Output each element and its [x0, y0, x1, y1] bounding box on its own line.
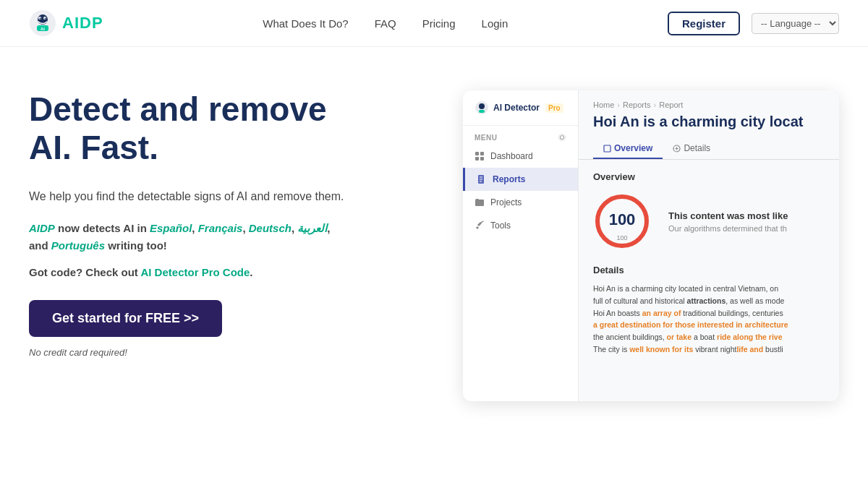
nav-what[interactable]: What Does It Do? [263, 17, 348, 30]
svg-point-11 [561, 136, 564, 140]
details-section-title: Details [593, 265, 825, 275]
svg-rect-15 [475, 157, 479, 160]
svg-rect-13 [475, 152, 479, 155]
demo-sidebar-header: AI Detector Pro [463, 90, 578, 126]
demo-menu-label: MENU [463, 126, 578, 145]
demo-app-name: AI Detector [493, 103, 540, 113]
demo-app-pro: Pro [545, 103, 563, 113]
logo-text: AIDP [62, 14, 103, 33]
overview-tab-icon [603, 145, 611, 153]
demo-main: Home › Reports › Report Hoi An is a char… [579, 90, 839, 401]
tab-details[interactable]: Details [663, 139, 720, 159]
sidebar-item-reports[interactable]: Reports [463, 168, 578, 191]
score-value: 100 [609, 212, 636, 228]
details-tab-icon [673, 145, 681, 153]
demo-report-title: Hoi An is a charming city locat [579, 112, 839, 139]
file-icon [477, 174, 487, 184]
no-card-text: No credit card required! [29, 347, 127, 358]
hero-languages: AIDP now detects AI in Español, Français… [29, 220, 434, 254]
lang-arabic[interactable]: العربية [297, 222, 327, 234]
register-button[interactable]: Register [668, 12, 740, 35]
grid-icon [475, 151, 485, 161]
nav-pricing[interactable]: Pricing [422, 17, 456, 30]
svg-rect-22 [604, 145, 610, 152]
demo-panel: AI Detector Pro MENU [463, 90, 839, 401]
svg-text:AI: AI [41, 27, 45, 31]
nav-faq[interactable]: FAQ [375, 17, 396, 30]
details-text: Hoi An is a charming city located in cen… [593, 283, 825, 356]
hero-right: AI Detector Pro MENU [463, 83, 839, 401]
language-select[interactable]: -- Language -- [752, 13, 839, 34]
tool-icon [475, 221, 485, 231]
folder-icon [475, 197, 485, 207]
breadcrumb-sep2: › [654, 100, 657, 109]
demo-tabs: Overview Details [579, 139, 839, 160]
svg-rect-10 [479, 110, 485, 113]
sidebar-label-tools: Tools [490, 221, 511, 231]
breadcrumb-report: Report [659, 100, 683, 109]
tab-overview[interactable]: Overview [593, 139, 663, 159]
svg-point-4 [40, 18, 41, 20]
breadcrumb-sep1: › [617, 100, 620, 109]
demo-content: Overview 100 100 This content was most l… [579, 160, 839, 401]
hero-description: We help you find the detectable signs of… [29, 187, 434, 206]
overview-section-title: Overview [593, 171, 825, 182]
sidebar-label-projects: Projects [490, 197, 522, 207]
sidebar-label-dashboard: Dashboard [490, 151, 533, 161]
svg-rect-14 [480, 152, 484, 155]
logo-icon: AI [29, 9, 56, 37]
hero-left: Detect and remove AI. Fast. We help you … [29, 83, 434, 359]
svg-point-9 [479, 103, 485, 109]
lang-portugues[interactable]: Português [51, 239, 105, 252]
score-circle: 100 100 [593, 192, 651, 250]
nav-login[interactable]: Login [482, 17, 509, 30]
breadcrumb-reports[interactable]: Reports [623, 100, 651, 109]
header-right: Register -- Language -- [668, 12, 839, 35]
svg-line-21 [481, 221, 483, 223]
demo-overview-row: 100 100 This content was most like Our a… [593, 192, 825, 250]
hero-title: Detect and remove AI. Fast. [29, 90, 434, 167]
lang-aidp[interactable]: AIDP [29, 222, 55, 234]
demo-sidebar: AI Detector Pro MENU [463, 90, 579, 401]
svg-point-5 [45, 18, 46, 20]
score-sub: 100 [616, 234, 627, 241]
hero-code: Got code? Check out AI Detector Pro Code… [29, 266, 434, 278]
lang-deutsch[interactable]: Deutsch [249, 222, 292, 234]
hero-section: Detect and remove AI. Fast. We help you … [0, 47, 868, 416]
demo-logo-icon [475, 100, 489, 115]
score-desc-sub: Our algorithms determined that th [668, 224, 825, 233]
lang-francais[interactable]: Français [198, 222, 243, 234]
score-desc-title: This content was most like [668, 210, 825, 221]
score-description: This content was most like Our algorithm… [668, 210, 825, 233]
main-nav: What Does It Do? FAQ Pricing Login [263, 17, 508, 30]
sidebar-item-dashboard[interactable]: Dashboard [463, 145, 578, 168]
breadcrumb-home[interactable]: Home [593, 100, 614, 109]
logo[interactable]: AI AIDP [29, 9, 103, 37]
demo-breadcrumb: Home › Reports › Report [579, 90, 839, 112]
cta-button[interactable]: Get started for FREE >> [29, 300, 222, 337]
sidebar-item-projects[interactable]: Projects [463, 191, 578, 214]
code-link[interactable]: AI Detector Pro Code [140, 266, 250, 278]
settings-icon [558, 133, 566, 142]
svg-point-12 [559, 134, 566, 141]
sidebar-label-reports: Reports [493, 174, 525, 184]
lang-espanol[interactable]: Español [150, 222, 192, 234]
svg-rect-16 [480, 157, 484, 160]
sidebar-item-tools[interactable]: Tools [463, 214, 578, 237]
